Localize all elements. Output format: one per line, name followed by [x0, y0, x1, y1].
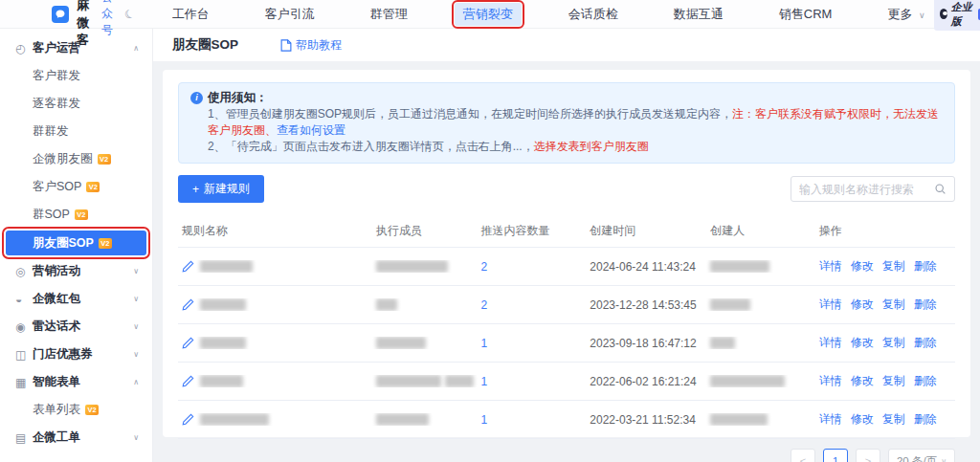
top-nav-item[interactable]: 更多 ∨ — [879, 3, 933, 26]
top-nav-item[interactable]: 会话质检 — [560, 3, 627, 26]
vip-v2-badge-icon: V2 — [98, 154, 111, 165]
delete-link[interactable]: 删除 — [914, 411, 937, 428]
top-nav-item[interactable]: 数据互通 — [665, 3, 732, 26]
sidebar-item[interactable]: ◉ 雷达话术 ∨ — [0, 313, 152, 341]
sidebar-item[interactable]: ◒ 企微红包 ∨ — [0, 285, 152, 313]
modify-link[interactable]: 修改 — [851, 297, 874, 313]
sidebar-item-label: 朋友圈SOP — [33, 235, 94, 252]
push-count[interactable]: 1 — [478, 375, 587, 388]
created-at: 2024-06-24 11:43:24 — [586, 260, 706, 274]
delete-link[interactable]: 删除 — [914, 258, 937, 275]
page-number-button[interactable]: 1 — [823, 449, 848, 462]
delete-link[interactable]: 删除 — [914, 335, 937, 351]
theme-moon-icon[interactable]: ☾ — [122, 6, 137, 22]
sidebar-item[interactable]: ▤ 企微工单 ∨ — [0, 424, 152, 451]
top-navbar: 芝麻微客 公众号 ☾ 工作台 客户引流 群管理 营销裂变 — [0, 0, 980, 29]
modify-link[interactable]: 修改 — [851, 258, 874, 275]
sidebar-item-label: 门店优惠券 — [33, 346, 93, 363]
page-title: 朋友圈SOP — [172, 36, 238, 54]
top-nav-item[interactable]: 工作台 — [164, 3, 218, 26]
members-cell — [372, 375, 478, 387]
sidebar-item-icon: ▤ — [15, 431, 33, 445]
sidebar-item[interactable]: ◫ 门店优惠券 ∨ — [0, 341, 152, 368]
sidebar-item-label: 客户SOP — [33, 179, 81, 195]
rule-name-redacted — [200, 413, 269, 426]
detail-link[interactable]: 详情 — [819, 297, 842, 313]
chat-bubble-icon — [55, 9, 66, 20]
copy-link[interactable]: 复制 — [882, 335, 905, 351]
detail-link[interactable]: 详情 — [819, 258, 842, 275]
push-count[interactable]: 2 — [478, 298, 587, 312]
creator-redacted — [710, 375, 785, 387]
select-caret-icon: ∨ — [941, 457, 947, 462]
col-header-actions: 操作 — [815, 223, 955, 239]
top-nav-item[interactable]: 群管理 — [362, 3, 416, 26]
sidebar-item[interactable]: 群SOP V2 — [0, 201, 152, 229]
edit-pencil-icon[interactable] — [182, 337, 194, 349]
edit-pencil-icon[interactable] — [182, 375, 194, 387]
sidebar-item-label: 客户运营 — [33, 40, 80, 56]
content-wrap: i 使用须知： 1、管理员创建朋友圈SOP规则后，员工通过消息通知，在规定时间给… — [153, 61, 980, 446]
modify-link[interactable]: 修改 — [851, 373, 874, 389]
sidebar-item[interactable]: 客户群发 — [0, 62, 152, 90]
sidebar-item-icon: ◎ — [15, 265, 33, 278]
notice-warning-2: 选择发表到客户朋友圈 — [534, 140, 649, 153]
sidebar-item[interactable]: 群群发 — [0, 118, 152, 145]
edit-pencil-icon[interactable] — [182, 260, 194, 273]
edit-pencil-icon[interactable] — [182, 413, 194, 426]
sidebar-item-label: 企微工单 — [33, 429, 80, 446]
sidebar-item[interactable]: 表单列表 V2 — [0, 396, 152, 424]
sidebar-item[interactable]: 企微朋友圈 V2 — [0, 145, 152, 173]
creator-cell — [706, 298, 815, 311]
help-tutorial-link[interactable]: 帮助教程 — [280, 37, 342, 54]
edit-pencil-icon[interactable] — [182, 298, 194, 311]
top-nav-item[interactable]: 销售CRM — [770, 3, 841, 26]
push-count[interactable]: 1 — [478, 413, 587, 427]
sidebar-item-label: 客户群发 — [33, 68, 80, 84]
actions-cell: 详情 修改 复制 删除 — [815, 258, 955, 275]
how-to-set-link[interactable]: 查看如何设置 — [277, 123, 345, 137]
copy-link[interactable]: 复制 — [882, 297, 905, 313]
creator-cell — [706, 413, 815, 426]
actions-cell: 详情 修改 复制 删除 — [815, 373, 955, 389]
sidebar-item[interactable]: ◎ 营销活动 ∨ — [0, 257, 152, 285]
sidebar-item-icon: ◫ — [15, 348, 33, 362]
detail-link[interactable]: 详情 — [819, 373, 842, 389]
sidebar-item[interactable]: 逐客群发 — [0, 90, 152, 118]
copy-link[interactable]: 复制 — [882, 411, 905, 428]
plan-badge[interactable]: 企业版 v3 — [934, 0, 980, 31]
table-row: 2 2024-06-24 11:43:24 详情 修改 复制 删除 — [178, 248, 955, 286]
creator-redacted — [710, 298, 750, 311]
prev-page-button[interactable]: < — [791, 449, 815, 462]
new-rule-button[interactable]: + 新建规则 — [178, 175, 264, 203]
notice-title: 使用须知： — [208, 90, 268, 106]
official-account-link[interactable]: 公众号 — [101, 0, 113, 38]
detail-link[interactable]: 详情 — [819, 411, 842, 428]
copy-link[interactable]: 复制 — [882, 373, 905, 389]
modify-link[interactable]: 修改 — [851, 411, 874, 428]
sidebar-item-label: 企微朋友圈 — [33, 151, 93, 167]
sidebar-item[interactable]: 客户SOP V2 — [0, 173, 152, 201]
next-page-button[interactable]: > — [856, 449, 880, 462]
sidebar-item-label: 群群发 — [33, 123, 69, 140]
delete-link[interactable]: 删除 — [914, 297, 937, 313]
notice-line-1: 1、管理员创建朋友圈SOP规则后，员工通过消息通知，在规定时间给所选择的执行成员… — [190, 106, 943, 139]
delete-link[interactable]: 删除 — [914, 373, 937, 389]
created-at: 2022-03-21 11:52:34 — [586, 413, 706, 427]
search-icon[interactable] — [934, 183, 947, 195]
push-count[interactable]: 1 — [478, 337, 587, 350]
page-size-select[interactable]: 20 条/页 ∨ — [888, 449, 955, 462]
top-nav-item[interactable]: 客户引流 — [256, 3, 323, 26]
main-area: 朋友圈SOP 帮助教程 i 使用须知： 1、管理员创建朋友圈SOP规则后，员工通… — [153, 29, 980, 462]
top-nav-item[interactable]: 营销裂变 — [455, 3, 522, 26]
copy-link[interactable]: 复制 — [882, 258, 905, 275]
sidebar-item[interactable]: 朋友圈SOP V2 — [6, 231, 146, 255]
detail-link[interactable]: 详情 — [819, 335, 842, 351]
rule-name-redacted — [200, 337, 246, 349]
creator-redacted — [710, 337, 735, 349]
rule-search-input[interactable] — [799, 183, 934, 196]
push-count[interactable]: 2 — [478, 260, 587, 274]
modify-link[interactable]: 修改 — [851, 335, 874, 351]
members-redacted — [376, 298, 397, 311]
sidebar-item[interactable]: ▦ 智能表单 ∧ — [0, 368, 152, 396]
